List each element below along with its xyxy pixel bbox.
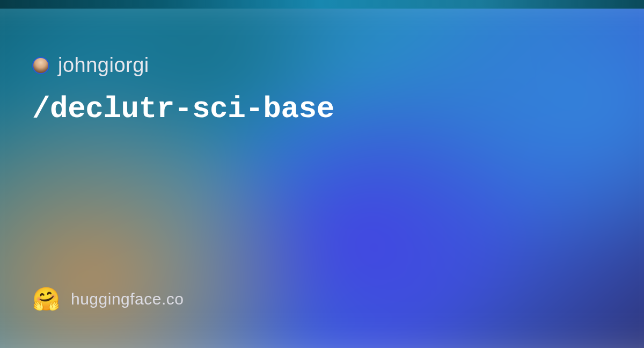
- domain-text: huggingface.co: [71, 290, 184, 308]
- top-accent-bar: [0, 0, 644, 9]
- username-row: johngiorgi: [32, 54, 612, 77]
- username-text: johngiorgi: [58, 54, 149, 77]
- huggingface-logo-icon: 🤗: [32, 288, 60, 310]
- avatar: [32, 57, 49, 74]
- card-content: johngiorgi /declutr-sci-base 🤗 huggingfa…: [0, 0, 644, 348]
- footer: 🤗 huggingface.co: [32, 288, 612, 316]
- model-path-text: /declutr-sci-base: [32, 92, 612, 126]
